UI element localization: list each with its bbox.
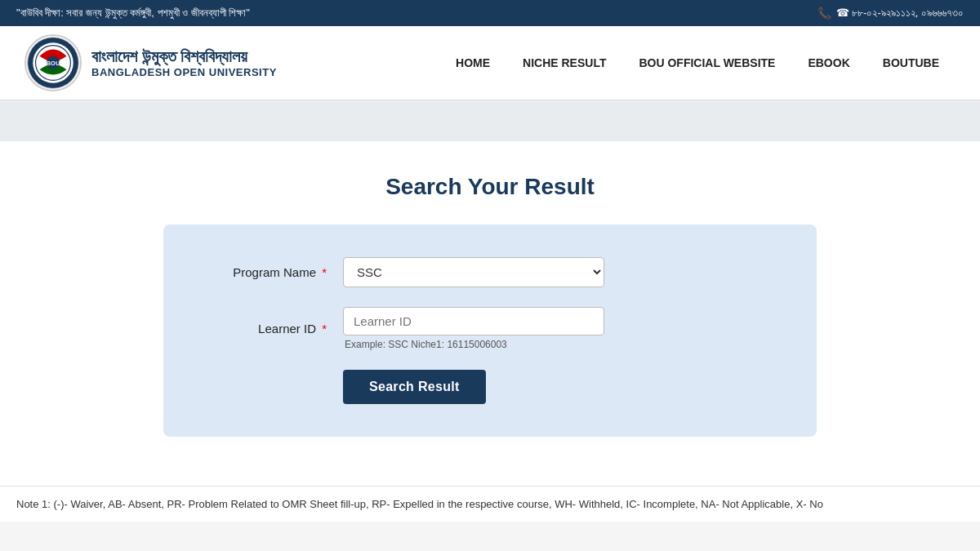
- nav-home[interactable]: HOME: [439, 48, 506, 78]
- search-btn-row: Search Result: [212, 370, 768, 404]
- tagline: "বাউবিব দীক্ষা: সবার জন্য উন্মুক্ত কর্মঙ…: [16, 7, 817, 20]
- nav-niche-result[interactable]: NICHE RESULT: [506, 48, 622, 78]
- learner-id-hint: Example: SSC Niche1: 16115006003: [345, 339, 604, 350]
- learner-required-star: *: [322, 322, 327, 335]
- page-title: Search Your Result: [16, 174, 964, 200]
- note-bar: Note 1: (-)- Waiver, AB- Absent, PR- Pro…: [0, 486, 980, 522]
- learner-id-input[interactable]: [343, 307, 604, 335]
- hero-banner: [0, 100, 980, 141]
- top-bar: "বাউবিব দীক্ষা: সবার জন্য উন্মুক্ত কর্মঙ…: [0, 0, 980, 26]
- learner-id-label: Learner ID *: [212, 322, 327, 335]
- program-row: Program Name * SSC HSC JSC BSS BBA: [212, 257, 768, 287]
- nav-boutube[interactable]: BOUTUBE: [866, 48, 956, 78]
- logo-circle: BOU: [24, 34, 82, 91]
- search-form-container: Program Name * SSC HSC JSC BSS BBA Learn…: [163, 224, 817, 437]
- note-text: Note 1: (-)- Waiver, AB- Absent, PR- Pro…: [16, 498, 823, 510]
- learner-id-row: Learner ID * Example: SSC Niche1: 161150…: [212, 307, 768, 350]
- header: BOU বাংলাদেশ উন্মুক্ত বিশ্ববিদ্যালয় BAN…: [0, 26, 980, 100]
- svg-text:BOU: BOU: [47, 60, 60, 67]
- university-name-bengali: বাংলাদেশ উন্মুক্ত বিশ্ববিদ্যালয়: [91, 47, 277, 66]
- university-name: বাংলাদেশ উন্মুক্ত বিশ্ববিদ্যালয় BANGLAD…: [91, 47, 277, 78]
- university-name-english: BANGLADESH OPEN UNIVERSITY: [91, 66, 277, 78]
- program-label: Program Name *: [212, 265, 327, 279]
- nav-bou-official[interactable]: BOU OFFICIAL WEBSITE: [622, 48, 791, 78]
- nav-ebook[interactable]: EBOOK: [791, 48, 866, 78]
- university-logo: BOU: [26, 36, 80, 90]
- phone-icon: 📞: [817, 7, 831, 20]
- phone-info: 📞 ☎ ৮৮-০২-৯২৯১১১২, ০৯৬৬৬৭৩০: [817, 7, 964, 20]
- footer-area: [0, 522, 980, 551]
- phone-number: ☎ ৮৮-০২-৯২৯১১১২, ০৯৬৬৬৭৩০: [836, 7, 964, 20]
- program-required-star: *: [322, 265, 327, 279]
- main-content: Search Your Result Program Name * SSC HS…: [0, 141, 980, 486]
- program-select[interactable]: SSC HSC JSC BSS BBA: [343, 257, 604, 287]
- learner-id-wrapper: Example: SSC Niche1: 16115006003: [343, 307, 604, 350]
- logo-area: BOU বাংলাদেশ উন্মুক্ত বিশ্ববিদ্যালয় BAN…: [24, 34, 277, 91]
- main-nav: HOME NICHE RESULT BOU OFFICIAL WEBSITE E…: [439, 48, 956, 78]
- search-result-button[interactable]: Search Result: [343, 370, 486, 404]
